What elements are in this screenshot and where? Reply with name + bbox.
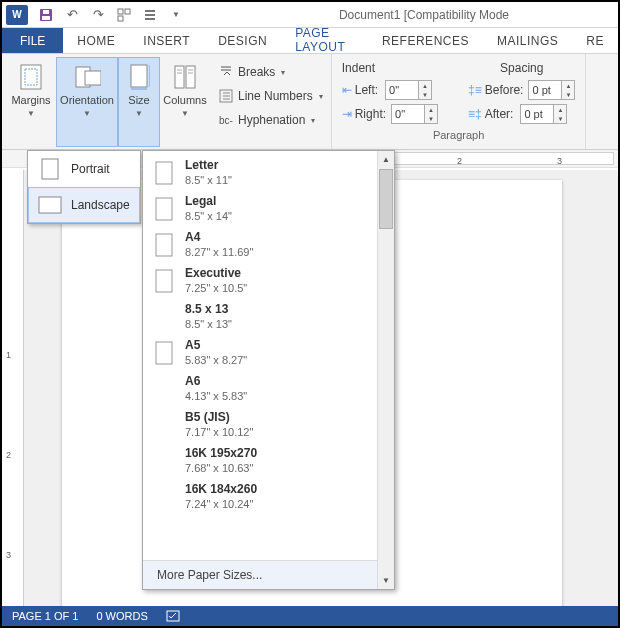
size-option-a6[interactable]: A64.13" x 5.83" [143,371,394,407]
size-menu: Letter8.5" x 11"Legal8.5" x 14"A48.27" x… [142,150,395,590]
size-name: Letter [185,158,232,173]
breaks-icon [218,64,234,80]
svg-rect-30 [156,234,172,256]
hyphenation-icon: bc‑ [218,112,234,128]
redo-button[interactable]: ↷ [90,7,106,23]
save-button[interactable] [38,7,54,23]
size-dimensions: 7.24" x 10.24" [185,497,257,512]
hyphenation-button[interactable]: bc‑Hyphenation▾ [216,109,325,131]
indent-right-input[interactable]: 0" [391,104,425,124]
status-bar: PAGE 1 OF 1 0 WORDS [2,606,618,626]
page-icon [153,447,175,475]
line-numbers-icon [218,88,234,104]
tab-review[interactable]: RE [572,28,618,53]
size-menu-scrollbar[interactable]: ▲ ▼ [377,151,394,589]
size-dimensions: 7.25" x 10.5" [185,281,247,296]
tab-home[interactable]: HOME [63,28,129,53]
size-name: A5 [185,338,247,353]
orientation-menu: Portrait Landscape [27,150,141,224]
orientation-landscape[interactable]: Landscape [28,187,140,223]
vertical-ruler[interactable]: 1 2 3 [2,170,24,606]
qat-dropdown-icon[interactable]: ▼ [168,7,184,23]
scroll-down-icon[interactable]: ▼ [378,572,394,589]
size-name: A4 [185,230,253,245]
tab-page-layout[interactable]: PAGE LAYOUT [281,28,368,53]
svg-rect-27 [39,197,61,213]
qat-customize-button[interactable] [142,7,158,23]
page-icon [153,483,175,511]
columns-button[interactable]: Columns ▼ [160,57,210,147]
indent-left-icon: ⇤ [342,83,352,97]
svg-rect-12 [85,71,101,85]
chevron-down-icon: ▼ [135,109,143,118]
more-paper-sizes[interactable]: More Paper Sizes... [143,560,394,589]
page-icon [153,303,175,331]
undo-button[interactable]: ↶ [64,7,80,23]
indent-title: Indent [342,61,438,75]
spacing-after-spinner[interactable]: ▲▼ [554,104,567,124]
chevron-down-icon: ▼ [181,109,189,118]
page-icon [153,159,175,187]
size-option-8-5-x-13[interactable]: 8.5 x 138.5" x 13" [143,299,394,335]
spacing-after-input[interactable]: 0 pt [520,104,554,124]
orientation-portrait[interactable]: Portrait [28,151,140,187]
chevron-down-icon: ▼ [83,109,91,118]
size-option-letter[interactable]: Letter8.5" x 11" [143,155,394,191]
spacing-before-spinner[interactable]: ▲▼ [562,80,575,100]
svg-rect-26 [42,159,58,179]
touch-mode-button[interactable] [116,7,132,23]
size-name: B5 (JIS) [185,410,253,425]
size-option-b5-jis-[interactable]: B5 (JIS)7.17" x 10.12" [143,407,394,443]
status-words[interactable]: 0 WORDS [96,610,147,622]
svg-rect-29 [156,198,172,220]
indent-right-spinner[interactable]: ▲▼ [425,104,438,124]
spacing-before-input[interactable]: 0 pt [528,80,562,100]
size-option-a5[interactable]: A55.83" x 8.27" [143,335,394,371]
window-title: Document1 [Compatibility Mode [190,8,618,22]
page-icon [153,375,175,403]
tab-design[interactable]: DESIGN [204,28,281,53]
scroll-thumb[interactable] [379,169,393,229]
breaks-button[interactable]: Breaks▾ [216,61,325,83]
spacing-before-icon: ‡≡ [468,83,482,97]
svg-rect-5 [118,16,123,21]
size-option-16k-184x260[interactable]: 16K 184x2607.24" x 10.24" [143,479,394,515]
size-option-16k-195x270[interactable]: 16K 195x2707.68" x 10.63" [143,443,394,479]
scroll-up-icon[interactable]: ▲ [378,151,394,168]
svg-rect-16 [175,66,184,88]
page-icon [153,339,175,367]
line-numbers-button[interactable]: Line Numbers▾ [216,85,325,107]
svg-rect-4 [125,9,130,14]
portrait-icon [37,158,63,180]
size-dimensions: 8.5" x 11" [185,173,232,188]
size-name: A6 [185,374,247,389]
status-proofing-icon[interactable] [166,610,180,622]
size-option-legal[interactable]: Legal8.5" x 14" [143,191,394,227]
size-button[interactable]: Size ▼ [118,57,160,147]
size-name: 8.5 x 13 [185,302,232,317]
orientation-button[interactable]: Orientation ▼ [56,57,118,147]
svg-rect-3 [118,9,123,14]
tab-insert[interactable]: INSERT [129,28,204,53]
size-option-a4[interactable]: A48.27" x 11.69" [143,227,394,263]
size-dimensions: 7.17" x 10.12" [185,425,253,440]
spacing-title: Spacing [468,61,575,75]
svg-rect-1 [42,16,50,20]
tab-mailings[interactable]: MAILINGS [483,28,572,53]
svg-rect-17 [186,66,195,88]
size-option-executive[interactable]: Executive7.25" x 10.5" [143,263,394,299]
word-app-icon: W [6,5,28,25]
margins-button[interactable]: Margins ▼ [6,57,56,147]
size-dimensions: 8.5" x 13" [185,317,232,332]
size-name: 16K 195x270 [185,446,257,461]
tab-references[interactable]: REFERENCES [368,28,483,53]
size-name: Executive [185,266,247,281]
indent-left-spinner[interactable]: ▲▼ [419,80,432,100]
size-dimensions: 8.5" x 14" [185,209,232,224]
spacing-after-icon: ≡‡ [468,107,482,121]
indent-right-icon: ⇥ [342,107,352,121]
file-tab[interactable]: FILE [2,28,63,53]
svg-rect-2 [43,10,49,14]
status-page[interactable]: PAGE 1 OF 1 [12,610,78,622]
indent-left-input[interactable]: 0" [385,80,419,100]
